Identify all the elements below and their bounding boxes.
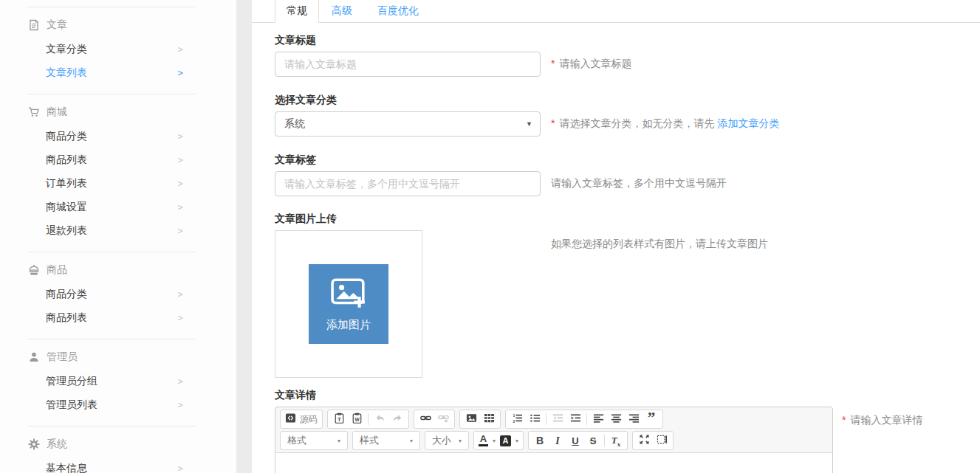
chevron-right-icon: > — [178, 376, 183, 387]
toolbar-group: 大小▾ — [425, 431, 469, 450]
format-select[interactable]: 格式▾ — [283, 432, 345, 449]
tab-advanced[interactable]: 高级 — [319, 0, 365, 22]
bullet-list-button[interactable] — [526, 411, 544, 427]
sidebar-item-label: 商品列表 — [46, 311, 87, 325]
article-image-hint: 如果您选择的列表样式有图片，请上传文章图片 — [551, 230, 768, 251]
undo-button[interactable] — [371, 411, 388, 427]
chevron-right-icon: > — [178, 68, 183, 78]
system-icon — [28, 438, 40, 450]
article-title-input[interactable] — [275, 52, 541, 77]
bold-button[interactable]: B — [531, 432, 549, 449]
sidebar-item-goods-category[interactable]: 商品分类> — [0, 283, 236, 306]
add-category-link[interactable]: 添加文章分类 — [717, 117, 779, 129]
underline-button[interactable]: U — [566, 432, 584, 449]
main-panel: 常规高级百度优化 文章标题 *请输入文章标题 选择文章分类 系统 ▼ — [252, 0, 980, 473]
paste-word-button[interactable]: W — [348, 411, 366, 427]
sidebar-item-basic-info[interactable]: 基本信息> — [0, 457, 236, 473]
sidebar-item-label: 文章列表 — [46, 66, 87, 80]
paste-text-icon: T — [334, 412, 345, 427]
svg-text:2: 2 — [513, 418, 515, 423]
chevron-right-icon: > — [178, 179, 183, 189]
article-image-upload-box[interactable]: 添加图片 — [275, 230, 422, 378]
align-left-icon — [593, 412, 604, 427]
article-category-hint: *请选择文章分类，如无分类，请先添加文章分类 — [551, 117, 779, 131]
article-title-hint: *请输入文章标题 — [551, 58, 631, 71]
sidebar-section-header-section-goods[interactable]: 商品 — [0, 252, 236, 283]
add-image-button[interactable]: 添加图片 — [309, 264, 388, 344]
align-left-button[interactable] — [589, 411, 607, 427]
blockquote-button[interactable]: ” — [643, 411, 660, 427]
toolbar-group: TW — [327, 410, 409, 429]
sidebar-section-goods: 商品商品分类>商品列表> — [0, 252, 236, 339]
button-label: 源码 — [300, 413, 318, 426]
maximize-button[interactable] — [635, 432, 653, 449]
toolbar-separator — [368, 413, 369, 425]
align-center-button[interactable] — [607, 411, 625, 427]
paste-text-button[interactable]: T — [330, 411, 348, 427]
sidebar-section-header-section-article[interactable]: 文章 — [0, 7, 236, 38]
article-image-label: 文章图片上传 — [275, 213, 980, 224]
style-select[interactable]: 样式▾ — [355, 432, 417, 449]
sidebar-item-goods-list[interactable]: 商品列表> — [0, 306, 236, 330]
toolbar-group — [459, 410, 501, 429]
sidebar-item-label: 管理员列表 — [46, 398, 97, 412]
chevron-right-icon: > — [178, 313, 183, 323]
select-label: 大小 — [432, 434, 451, 447]
sidebar-item-admin-list[interactable]: 管理员列表> — [0, 393, 236, 417]
sidebar-section-header-section-mall[interactable]: 商城 — [0, 94, 236, 125]
sidebar-item-mall-goods-list[interactable]: 商品列表> — [0, 148, 236, 172]
toolbar-group: 格式▾ — [280, 431, 348, 450]
sidebar-item-admin-group[interactable]: 管理员分组> — [0, 370, 236, 393]
align-right-button[interactable] — [625, 411, 643, 427]
chevron-right-icon: > — [178, 155, 183, 165]
bg-color-button[interactable]: A▾ — [498, 432, 521, 449]
remove-format-icon: Tx — [611, 433, 620, 448]
insert-table-button[interactable] — [480, 411, 498, 427]
chevron-down-icon: ▾ — [515, 438, 518, 444]
sidebar-item-label: 基本信息 — [46, 462, 87, 473]
admin-icon — [28, 351, 40, 363]
sidebar-section-header-section-system[interactable]: 系统 — [0, 427, 236, 457]
editor-toolbar-row-2: 格式▾样式▾大小▾A▾A▾BIUSTx — [275, 429, 832, 450]
outdent-button[interactable] — [549, 411, 566, 427]
sidebar-item-mall-settings[interactable]: 商城设置> — [0, 196, 236, 219]
tab-baidu-seo[interactable]: 百度优化 — [365, 0, 431, 22]
article-tags-input[interactable] — [275, 171, 541, 196]
text-color-button[interactable]: A▾ — [476, 432, 498, 449]
required-star: * — [551, 117, 555, 129]
strike-button[interactable]: S — [584, 432, 602, 449]
article-category-select[interactable]: 系统 ▼ — [275, 111, 541, 137]
sidebar-section-header-section-admin[interactable]: 管理员 — [0, 339, 236, 370]
tab-general[interactable]: 常规 — [275, 0, 319, 23]
chevron-down-icon: ▾ — [337, 438, 340, 444]
sidebar-item-refund-list[interactable]: 退款列表> — [0, 219, 236, 243]
indent-button[interactable] — [566, 411, 584, 427]
show-blocks-button[interactable] — [653, 432, 671, 449]
align-center-icon — [611, 412, 622, 427]
redo-button[interactable] — [388, 411, 406, 427]
required-star: * — [551, 58, 555, 69]
ordered-list-button[interactable]: 12 — [508, 411, 526, 427]
article-detail-label: 文章详情 — [275, 390, 980, 400]
sidebar-item-article-list[interactable]: 文章列表> — [0, 61, 236, 85]
chevron-down-icon: ▾ — [493, 438, 496, 444]
redo-icon — [392, 412, 403, 427]
sidebar-item-article-category[interactable]: 文章分类> — [0, 38, 236, 61]
italic-button[interactable]: I — [549, 432, 566, 449]
size-select[interactable]: 大小▾ — [428, 432, 466, 449]
sidebar-item-label: 退款列表 — [46, 224, 87, 238]
image-icon — [466, 412, 477, 427]
insert-image-button[interactable] — [462, 411, 480, 427]
field-article-detail: 文章详情 源码TW12” 格式▾样式▾大小▾A▾A▾BIUSTx *请输入文章详… — [275, 390, 980, 473]
editor-content-area[interactable] — [275, 452, 832, 473]
sidebar-item-mall-goods-category[interactable]: 商品分类> — [0, 125, 236, 148]
unlink-button[interactable] — [434, 411, 452, 427]
remove-format-button[interactable]: Tx — [607, 432, 625, 449]
source-button[interactable]: 源码 — [283, 411, 320, 427]
article-icon — [28, 19, 40, 31]
show-blocks-icon — [657, 434, 668, 448]
add-image-icon — [327, 276, 370, 314]
link-button[interactable] — [417, 411, 434, 427]
sidebar-item-order-list[interactable]: 订单列表> — [0, 172, 236, 196]
select-label: 格式 — [287, 434, 306, 447]
